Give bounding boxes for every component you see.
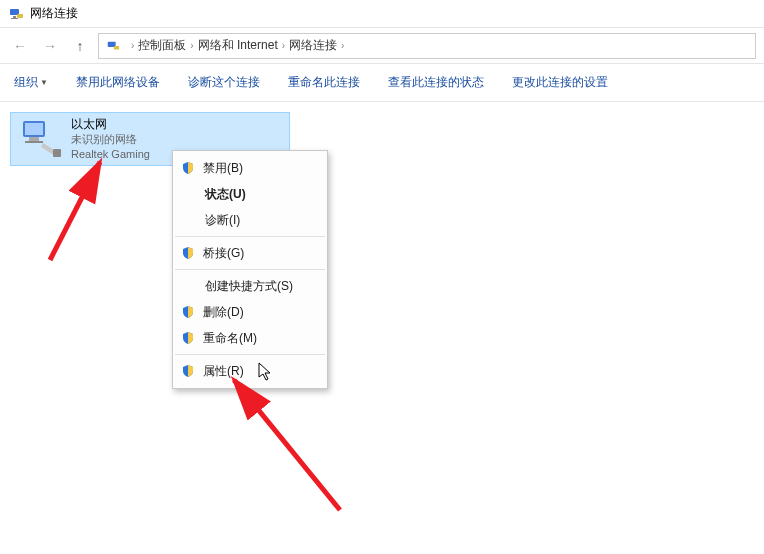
svg-rect-10 bbox=[53, 149, 61, 157]
shield-icon bbox=[181, 305, 195, 319]
navigation-bar: ← → ↑ › 控制面板 › 网络和 Internet › 网络连接 › bbox=[0, 28, 764, 64]
diagnose-button[interactable]: 诊断这个连接 bbox=[188, 74, 260, 91]
back-button[interactable]: ← bbox=[8, 34, 32, 58]
toolbar-label: 禁用此网络设备 bbox=[76, 74, 160, 91]
menu-diagnose[interactable]: 诊断(I) bbox=[173, 207, 327, 233]
chevron-right-icon: › bbox=[131, 40, 134, 51]
menu-separator bbox=[175, 236, 325, 237]
toolbar-label: 更改此连接的设置 bbox=[512, 74, 608, 91]
annotation-arrow bbox=[220, 370, 360, 520]
disable-device-button[interactable]: 禁用此网络设备 bbox=[76, 74, 160, 91]
breadcrumb-item[interactable]: 网络连接 bbox=[289, 37, 337, 54]
svg-rect-7 bbox=[25, 123, 43, 135]
title-bar: 网络连接 bbox=[0, 0, 764, 28]
toolbar-label: 诊断这个连接 bbox=[188, 74, 260, 91]
menu-label: 状态(U) bbox=[205, 186, 246, 203]
menu-label: 禁用(B) bbox=[203, 160, 243, 177]
shield-icon bbox=[181, 246, 195, 260]
menu-delete[interactable]: 删除(D) bbox=[173, 299, 327, 325]
shield-icon bbox=[181, 331, 195, 345]
rename-button[interactable]: 重命名此连接 bbox=[288, 74, 360, 91]
menu-label: 属性(R) bbox=[203, 363, 244, 380]
shield-icon bbox=[181, 364, 195, 378]
menu-label: 桥接(G) bbox=[203, 245, 244, 262]
toolbar-label: 重命名此连接 bbox=[288, 74, 360, 91]
organize-button[interactable]: 组织 ▼ bbox=[14, 74, 48, 91]
svg-rect-1 bbox=[13, 16, 16, 18]
menu-rename[interactable]: 重命名(M) bbox=[173, 325, 327, 351]
network-folder-icon bbox=[105, 38, 121, 54]
window-title: 网络连接 bbox=[30, 5, 78, 22]
svg-rect-8 bbox=[29, 137, 39, 141]
svg-rect-5 bbox=[114, 46, 119, 50]
adapter-status: 未识别的网络 bbox=[71, 132, 150, 147]
content-area: 以太网 未识别的网络 Realtek Gaming bbox=[0, 102, 764, 176]
menu-label: 删除(D) bbox=[203, 304, 244, 321]
menu-create-shortcut[interactable]: 创建快捷方式(S) bbox=[173, 273, 327, 299]
breadcrumb-item[interactable]: 网络和 Internet bbox=[198, 37, 278, 54]
breadcrumb-item[interactable]: 控制面板 bbox=[138, 37, 186, 54]
menu-label: 诊断(I) bbox=[205, 212, 240, 229]
toolbar: 组织 ▼ 禁用此网络设备 诊断这个连接 重命名此连接 查看此连接的状态 更改此连… bbox=[0, 64, 764, 102]
menu-label: 重命名(M) bbox=[203, 330, 257, 347]
svg-line-11 bbox=[50, 162, 100, 260]
toolbar-label: 查看此连接的状态 bbox=[388, 74, 484, 91]
context-menu: 禁用(B) 状态(U) 诊断(I) 桥接(G) 创建快捷方式(S) 删除(D) … bbox=[172, 150, 328, 389]
svg-rect-9 bbox=[25, 141, 43, 143]
change-settings-button[interactable]: 更改此连接的设置 bbox=[512, 74, 608, 91]
toolbar-label: 组织 bbox=[14, 74, 38, 91]
chevron-right-icon: › bbox=[282, 40, 285, 51]
menu-separator bbox=[175, 354, 325, 355]
menu-label: 创建快捷方式(S) bbox=[205, 278, 293, 295]
chevron-down-icon: ▼ bbox=[40, 78, 48, 87]
adapter-info: 以太网 未识别的网络 Realtek Gaming bbox=[71, 116, 150, 162]
shield-icon bbox=[181, 161, 195, 175]
svg-rect-3 bbox=[17, 14, 23, 18]
adapter-name: 以太网 bbox=[71, 116, 150, 132]
chevron-right-icon: › bbox=[190, 40, 193, 51]
chevron-right-icon: › bbox=[341, 40, 344, 51]
forward-button[interactable]: → bbox=[38, 34, 62, 58]
svg-rect-2 bbox=[11, 18, 18, 19]
menu-bridge[interactable]: 桥接(G) bbox=[173, 240, 327, 266]
ethernet-adapter-icon bbox=[19, 119, 63, 159]
menu-status[interactable]: 状态(U) bbox=[173, 181, 327, 207]
menu-properties[interactable]: 属性(R) bbox=[173, 358, 327, 384]
network-connections-icon bbox=[8, 6, 24, 22]
breadcrumb[interactable]: › 控制面板 › 网络和 Internet › 网络连接 › bbox=[98, 33, 756, 59]
view-status-button[interactable]: 查看此连接的状态 bbox=[388, 74, 484, 91]
up-button[interactable]: ↑ bbox=[68, 34, 92, 58]
svg-line-12 bbox=[234, 380, 340, 510]
menu-disable[interactable]: 禁用(B) bbox=[173, 155, 327, 181]
menu-separator bbox=[175, 269, 325, 270]
adapter-device: Realtek Gaming bbox=[71, 147, 150, 162]
